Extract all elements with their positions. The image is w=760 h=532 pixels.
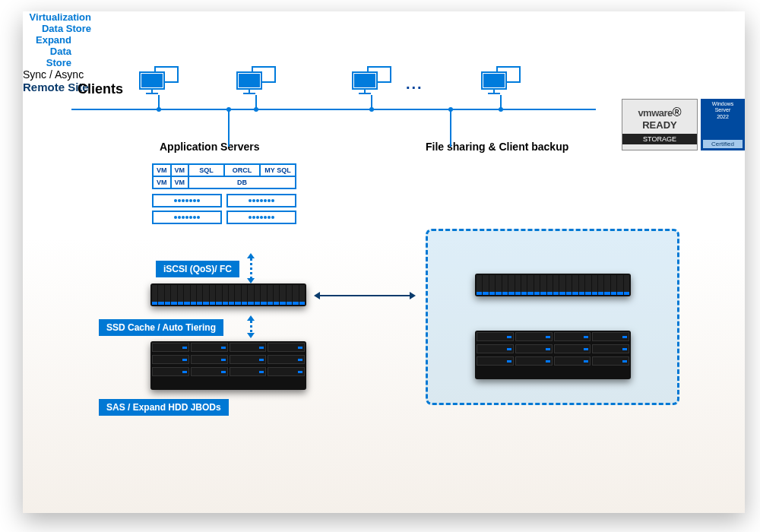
cell-sql: SQL bbox=[189, 165, 225, 176]
diagram-canvas: Clients Application Servers File sharing… bbox=[23, 11, 745, 513]
bidirectional-arrow-vertical bbox=[248, 315, 254, 338]
svg-rect-14 bbox=[354, 74, 375, 87]
network-line bbox=[71, 109, 596, 110]
svg-rect-9 bbox=[239, 74, 260, 87]
cell-vm: VM bbox=[154, 165, 172, 176]
badge-ssd-cache: SSD Cache / Auto Tiering bbox=[99, 319, 223, 336]
bidirectional-arrow-vertical bbox=[248, 253, 254, 283]
vm-db-table: VM VM SQL ORCL MY SQL VM VM DB bbox=[152, 163, 296, 189]
windows-server-badge: Windows Server 2022 Certified bbox=[701, 99, 745, 150]
cell-mysql: MY SQL bbox=[261, 165, 295, 176]
storage-ssd-array bbox=[150, 283, 306, 306]
label-app-servers: Application Servers bbox=[160, 141, 260, 153]
badge-iscsi: iSCSI (QoS)/ FC bbox=[156, 261, 239, 277]
server-rack-icons bbox=[152, 211, 296, 224]
label-ellipsis: ... bbox=[406, 75, 423, 93]
vmware-ready-badge: vmware® READY STORAGE bbox=[622, 99, 698, 150]
cell-db: DB bbox=[189, 177, 295, 188]
cell-vm: VM bbox=[172, 177, 190, 188]
server-rack-icons bbox=[152, 194, 296, 207]
storage-hdd-array bbox=[150, 341, 306, 390]
client-icon bbox=[236, 66, 278, 97]
cell-orcl: ORCL bbox=[225, 165, 261, 176]
node-dot bbox=[157, 107, 161, 112]
ws-certified-text: Certified bbox=[703, 140, 743, 148]
node-dot bbox=[254, 107, 258, 112]
app-servers-block: VM VM SQL ORCL MY SQL VM VM DB bbox=[152, 163, 296, 224]
svg-rect-4 bbox=[141, 74, 163, 87]
connector-line bbox=[450, 109, 451, 147]
vmware-ready-text: READY bbox=[642, 119, 677, 131]
client-icon bbox=[351, 66, 394, 97]
label-file-sharing: File sharing & Client backup bbox=[426, 141, 568, 153]
svg-rect-19 bbox=[483, 74, 505, 87]
remote-storage-ssd-array bbox=[475, 274, 631, 296]
badge-sas: SAS / Expand HDD JBODs bbox=[99, 399, 229, 416]
label-expand-data-store: Expand Data Store bbox=[23, 34, 71, 68]
client-icon bbox=[138, 66, 181, 97]
cell-vm: VM bbox=[154, 177, 172, 188]
vmware-storage-text: STORAGE bbox=[622, 134, 697, 144]
node-dot bbox=[369, 107, 374, 112]
certifications: vmware® READY STORAGE Windows Server 202… bbox=[622, 99, 745, 150]
cell-vm: VM bbox=[172, 165, 190, 176]
remote-storage-hdd-array bbox=[475, 331, 631, 379]
node-dot bbox=[448, 107, 453, 112]
client-icon bbox=[480, 66, 523, 97]
vmware-logo-text: vmware bbox=[638, 107, 672, 119]
bidirectional-arrow-horizontal bbox=[319, 295, 410, 296]
label-virtualization-data-store: Virtualization Data Store bbox=[23, 11, 91, 34]
connector-line bbox=[228, 109, 230, 147]
label-clients: Clients bbox=[78, 81, 123, 97]
node-dot bbox=[499, 107, 503, 112]
node-dot bbox=[226, 107, 231, 112]
